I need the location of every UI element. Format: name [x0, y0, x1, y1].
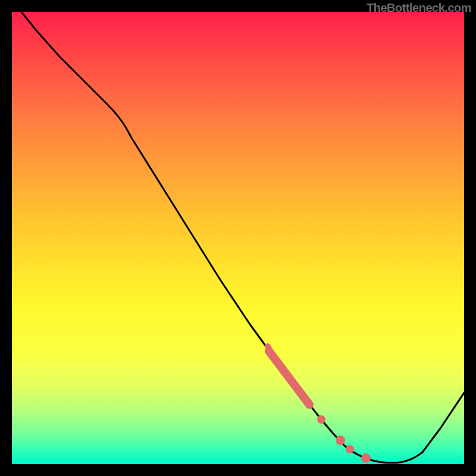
highlight-dot-2	[336, 436, 345, 445]
bottleneck-curve	[12, 12, 464, 463]
highlight-band	[269, 351, 309, 405]
highlight-band-cap	[268, 346, 271, 353]
highlight-dot-3	[346, 445, 354, 453]
chart-area	[12, 12, 464, 464]
highlight-dot-1	[317, 415, 325, 424]
watermark-text: TheBottleneck.com	[367, 1, 471, 15]
highlight-dot-4	[361, 453, 371, 463]
curve-layer	[12, 12, 464, 464]
